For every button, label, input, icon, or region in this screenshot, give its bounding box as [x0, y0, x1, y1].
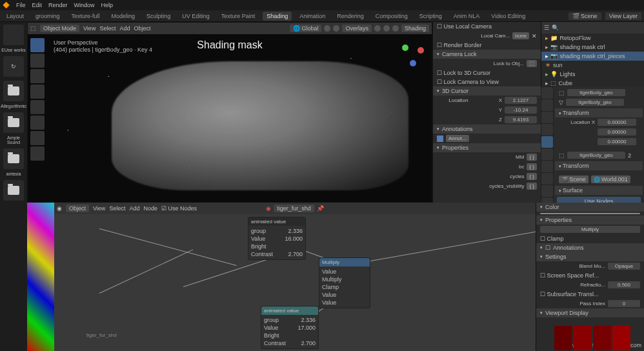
axis-x-icon[interactable]	[418, 47, 424, 54]
lb-folder-1[interactable]	[3, 81, 24, 101]
node-animated-value-2[interactable]: animated value group2.336 Value17.000 Br…	[261, 306, 319, 349]
scene-pill[interactable]: 🎬 Scene	[559, 176, 589, 183]
ne-viewport-display-header[interactable]: Viewport Display	[536, 308, 644, 317]
settings-header[interactable]: Settings	[536, 252, 644, 261]
tiger-mesh[interactable]	[112, 61, 408, 190]
node-animated-value-1[interactable]: animated value group2.336 Value16.000 Br…	[248, 217, 306, 260]
operation-field[interactable]: Multiply	[540, 226, 640, 233]
ne-menu-add[interactable]: Add	[129, 205, 139, 212]
tab-sculpting[interactable]: Sculpting	[143, 12, 174, 21]
props-tab-world[interactable]	[541, 136, 553, 148]
mm-field[interactable]: { }	[527, 154, 537, 161]
props-tab-object[interactable]	[541, 148, 553, 160]
cycles-vis-field[interactable]: { }	[527, 183, 537, 190]
move-tool[interactable]	[30, 69, 45, 83]
camera-lock-header[interactable]: Camera Lock	[433, 50, 541, 59]
props-tab-scene[interactable]	[541, 124, 553, 135]
annotation-field[interactable]: Annot...	[446, 135, 469, 142]
axis-z-icon[interactable]	[410, 60, 416, 66]
menu-window[interactable]: Window	[74, 2, 95, 8]
tab-uv-editing[interactable]: UV Editing	[178, 12, 214, 21]
cursor-tool[interactable]	[30, 54, 45, 68]
menu-file[interactable]: File	[16, 2, 26, 8]
lb-folder-2[interactable]	[3, 112, 24, 133]
tab-layout[interactable]: Layout	[3, 12, 28, 21]
cycles-field[interactable]: { }	[527, 173, 537, 180]
lb-tool-1[interactable]	[3, 25, 24, 45]
annotation-color-icon[interactable]	[437, 135, 443, 142]
lb-tool-2[interactable]: ↻	[3, 56, 24, 77]
lb-folder-4[interactable]	[3, 180, 24, 201]
tab-scripting[interactable]: Scripting	[416, 12, 446, 21]
surface-header[interactable]: Surface	[555, 186, 643, 195]
datablock-icon[interactable]: ⬚	[559, 152, 565, 159]
cursor-y[interactable]: -10.24	[505, 106, 537, 114]
rotate-tool[interactable]	[30, 85, 45, 99]
menu-help[interactable]: Help	[101, 2, 114, 8]
props-tab-constraint[interactable]	[541, 197, 553, 203]
local-cam-field[interactable]: none	[512, 32, 529, 39]
lock-3d-cursor-toggle[interactable]: ☐ Lock to 3D Cursor	[437, 70, 490, 76]
ne-annotations-header[interactable]: ☐ Annotations	[536, 243, 644, 252]
color-header[interactable]: Color	[536, 203, 644, 212]
props-tab-physics[interactable]	[541, 185, 553, 197]
3d-viewport[interactable]: ⬚ Object Mode View Select Add Object 🌐 G…	[27, 22, 432, 203]
outliner-type-icon[interactable]: ☰	[544, 25, 549, 31]
tab-shading[interactable]: Shading	[263, 12, 292, 21]
cursor-x[interactable]: 2.1227	[505, 97, 537, 104]
refraction-field[interactable]: 0.500	[608, 281, 640, 288]
menu-edit[interactable]: Edit	[32, 2, 43, 8]
select-tool[interactable]	[30, 38, 45, 52]
transform-tool[interactable]	[30, 115, 45, 130]
bc-field[interactable]: { }	[527, 163, 537, 170]
blend-mode-field[interactable]: Opaque	[608, 263, 640, 270]
node-multiply[interactable]: Multiply Value Multiply Clamp Value Valu…	[319, 257, 370, 308]
tab-texture-paint[interactable]: Texture Paint	[217, 12, 259, 21]
3d-cursor-header[interactable]: 3D Cursor	[433, 86, 541, 95]
use-nodes-toggle[interactable]: ☑ Use Nodes	[161, 205, 197, 212]
tab-rendering[interactable]: Rendering	[333, 12, 368, 21]
transform-header[interactable]: Transform	[555, 108, 643, 117]
ne-mode[interactable]: Object	[66, 205, 89, 212]
datablock-icon[interactable]: ⬚	[559, 90, 565, 96]
scene-selector[interactable]: 🎬 Scene	[569, 12, 601, 20]
tab-compositing[interactable]: Compositing	[372, 12, 412, 21]
annotations-header[interactable]: Annotations	[433, 125, 541, 134]
outliner-item[interactable]: ▸ 📷 shading mask ctrl	[541, 43, 644, 52]
measure-tool[interactable]	[30, 146, 45, 161]
pass-index-field[interactable]: 0	[608, 300, 640, 307]
annotate-tool[interactable]	[30, 131, 45, 145]
datablock-name[interactable]: tigerBody_geo	[567, 89, 625, 96]
properties-header[interactable]: Properties	[433, 143, 541, 152]
outliner-filter-icon[interactable]: 🔍	[552, 25, 559, 31]
props-tab-particle[interactable]	[541, 173, 553, 185]
props-tab-render[interactable]	[541, 87, 553, 99]
datablock-name-2[interactable]: tigerBody_geo	[566, 99, 624, 106]
scale-tool[interactable]	[30, 100, 45, 114]
tab-texture-full[interactable]: Texture-full	[68, 12, 104, 21]
cursor-z[interactable]: 9.4193	[505, 116, 537, 123]
loc-y[interactable]: 0.00000	[598, 128, 636, 135]
props-tab-modifier[interactable]	[541, 161, 553, 172]
datablock-icon[interactable]: ▽	[559, 99, 563, 106]
tab-modeling[interactable]: Modeling	[108, 12, 139, 21]
local-camera-toggle[interactable]: ☐ Use Local Camera	[437, 23, 492, 30]
datablock-name-3[interactable]: tigerBody_geo	[567, 152, 625, 159]
ne-properties-header[interactable]: Properties	[536, 216, 644, 225]
outliner-item-active[interactable]: ▸ 📷 shading mask ctrl_pieces	[541, 52, 644, 61]
loc-x[interactable]: 0.00000	[598, 119, 636, 126]
outliner-item[interactable]: ▸ 📁 RetopoFlow	[541, 34, 644, 43]
use-nodes-button[interactable]: Use Nodes	[557, 197, 641, 203]
lock-obj-field[interactable]: ⬚	[527, 60, 537, 67]
axis-y-icon[interactable]	[402, 45, 408, 51]
ne-menu-select[interactable]: Select	[109, 205, 125, 212]
tab-video-editing[interactable]: Video Editing	[487, 12, 529, 21]
outliner-item[interactable]: ▸ 💡 Lights	[541, 70, 644, 79]
node-color-swatch[interactable]	[540, 213, 640, 214]
ssr-toggle[interactable]: ☐ Screen Space Ref...	[540, 272, 599, 279]
editor-type-icon[interactable]: ◉	[57, 205, 62, 212]
tab-grooming[interactable]: grooming	[32, 12, 64, 21]
material-selector[interactable]: tiger_fur_shd	[274, 205, 314, 212]
world-pill[interactable]: 🌐 World.001	[591, 176, 630, 183]
close-icon[interactable]: ✕	[532, 33, 537, 39]
